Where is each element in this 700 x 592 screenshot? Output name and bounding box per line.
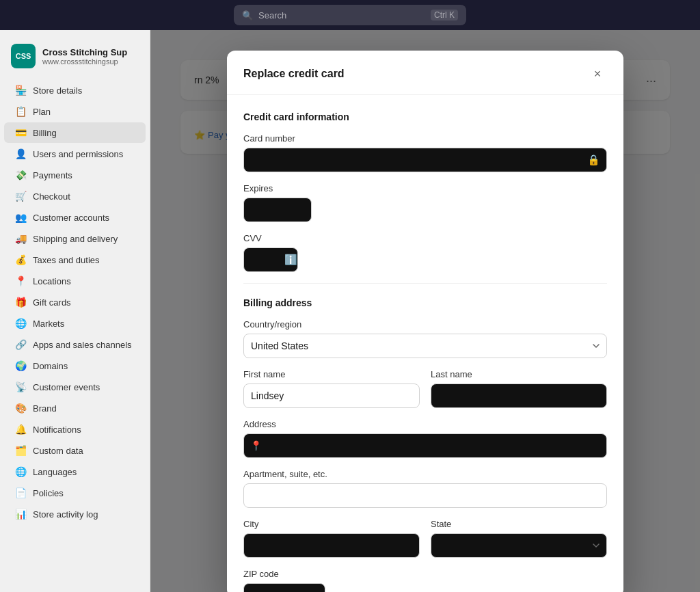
search-placeholder: Search	[258, 10, 286, 21]
card-number-input[interactable]	[243, 148, 607, 172]
country-group: Country/region United States Canada Unit…	[243, 319, 607, 358]
search-icon: 🔍	[242, 10, 253, 21]
store-name: Cross Stitching Sup	[42, 47, 139, 57]
sidebar-label-plan: Plan	[33, 107, 51, 117]
plan-icon: 📋	[15, 106, 26, 117]
checkout-icon: 🛒	[15, 191, 26, 202]
main-layout: CSS Cross Stitching Sup www.crossstitchi…	[0, 30, 700, 592]
top-bar: 🔍 Search Ctrl K	[0, 0, 700, 30]
sidebar-label-users: Users and permissions	[33, 149, 123, 159]
cvv-group: CVV ℹ️	[243, 233, 607, 272]
sidebar-item-notifications[interactable]: 🔔 Notifications	[4, 419, 146, 440]
modal-body: Credit card information Card number 🔒 Ex…	[227, 95, 623, 592]
locations-icon: 📍	[15, 275, 26, 286]
sidebar-item-customer-events[interactable]: 📡 Customer events	[4, 377, 146, 397]
sidebar-item-store-details[interactable]: 🏪 Store details	[4, 80, 146, 100]
sidebar-label-store-activity: Store activity log	[33, 509, 98, 520]
first-name-group: First name	[243, 369, 420, 408]
sidebar-label-markets: Markets	[33, 319, 64, 329]
city-input[interactable]	[243, 533, 420, 558]
country-select[interactable]: United States Canada United Kingdom	[243, 334, 607, 358]
address-label: Address	[243, 419, 607, 429]
store-avatar: CSS	[11, 44, 36, 68]
apartment-label: Apartment, suite, etc.	[243, 469, 607, 479]
sidebar-label-taxes: Taxes and duties	[33, 255, 100, 265]
sidebar-label-custom-data: Custom data	[33, 446, 83, 456]
search-shortcut: Ctrl K	[431, 10, 458, 21]
sidebar-item-apps[interactable]: 🔗 Apps and sales channels	[4, 334, 146, 355]
sidebar-label-customer-accounts: Customer accounts	[33, 213, 109, 223]
apartment-group: Apartment, suite, etc.	[243, 469, 607, 508]
first-name-label: First name	[243, 369, 420, 379]
address-input[interactable]	[243, 433, 607, 458]
sidebar-label-domains: Domains	[33, 361, 68, 371]
content-area: ··· rn 2% ⭐ Pay yearly, save $120/year R…	[150, 30, 700, 592]
last-name-group: Last name	[431, 369, 607, 408]
billing-section-title: Billing address	[243, 297, 607, 308]
sidebar-item-store-activity[interactable]: 📊 Store activity log	[4, 504, 146, 524]
city-label: City	[243, 519, 420, 529]
sidebar-label-billing: Billing	[33, 128, 57, 138]
sidebar-label-checkout: Checkout	[33, 191, 70, 202]
app-shell: 🔍 Search Ctrl K CSS Cross Stitching Sup …	[0, 0, 700, 592]
country-label: Country/region	[243, 319, 607, 329]
location-pin-icon: 📍	[250, 440, 262, 451]
search-bar[interactable]: 🔍 Search Ctrl K	[234, 5, 466, 25]
store-details-icon: 🏪	[15, 85, 26, 96]
sidebar-label-customer-events: Customer events	[33, 382, 100, 392]
state-select[interactable]	[431, 533, 607, 558]
sidebar-item-languages[interactable]: 🌐 Languages	[4, 461, 146, 482]
cvv-input[interactable]	[243, 247, 298, 272]
sidebar-label-payments: Payments	[33, 170, 72, 180]
sidebar-item-checkout[interactable]: 🛒 Checkout	[4, 186, 146, 206]
last-name-label: Last name	[431, 369, 607, 379]
sidebar-item-plan[interactable]: 📋 Plan	[4, 101, 146, 122]
sidebar-label-policies: Policies	[33, 488, 64, 498]
sidebar-item-brand[interactable]: 🎨 Brand	[4, 398, 146, 418]
sidebar-item-shipping[interactable]: 🚚 Shipping and delivery	[4, 228, 146, 249]
name-row: First name Last name	[243, 369, 607, 419]
sidebar-item-gift-cards[interactable]: 🎁 Gift cards	[4, 292, 146, 312]
cvv-input-wrapper: ℹ️	[243, 247, 607, 272]
modal-close-button[interactable]: ×	[588, 64, 607, 83]
billing-icon: 💳	[15, 127, 26, 138]
first-name-input[interactable]	[243, 384, 420, 408]
sidebar-item-policies[interactable]: 📄 Policies	[4, 483, 146, 503]
sidebar-item-users-permissions[interactable]: 👤 Users and permissions	[4, 144, 146, 164]
customer-events-icon: 📡	[15, 381, 26, 392]
custom-data-icon: 🗂️	[15, 445, 26, 456]
zip-group: ZIP code	[243, 569, 607, 592]
sidebar-item-domains[interactable]: 🌍 Domains	[4, 355, 146, 376]
last-name-input[interactable]	[431, 384, 607, 408]
expires-group: Expires	[243, 183, 607, 222]
store-info: Cross Stitching Sup www.crossstitchingsu…	[42, 47, 139, 66]
city-group: City	[243, 519, 420, 558]
zip-input[interactable]	[243, 583, 325, 592]
sidebar-item-markets[interactable]: 🌐 Markets	[4, 313, 146, 334]
credit-card-section-title: Credit card information	[243, 111, 607, 122]
sidebar-item-taxes[interactable]: 💰 Taxes and duties	[4, 250, 146, 270]
expires-label: Expires	[243, 183, 607, 193]
sidebar-item-billing[interactable]: 💳 Billing	[4, 122, 146, 143]
address-group: Address 📍	[243, 419, 607, 458]
sidebar-item-custom-data[interactable]: 🗂️ Custom data	[4, 440, 146, 461]
sidebar-item-locations[interactable]: 📍 Locations	[4, 271, 146, 291]
expires-input[interactable]	[243, 198, 312, 222]
state-col: State	[431, 519, 607, 569]
sidebar-item-customer-accounts[interactable]: 👥 Customer accounts	[4, 207, 146, 228]
shipping-icon: 🚚	[15, 233, 26, 244]
store-activity-icon: 📊	[15, 509, 26, 520]
apartment-input[interactable]	[243, 483, 607, 508]
store-url: www.crossstitchingsup	[42, 57, 139, 66]
sidebar-item-payments[interactable]: 💸 Payments	[4, 165, 146, 185]
sidebar-label-apps: Apps and sales channels	[33, 340, 132, 350]
state-label: State	[431, 519, 607, 529]
sidebar-label-brand: Brand	[33, 403, 57, 414]
card-number-input-wrapper: 🔒	[243, 148, 607, 172]
cvv-label: CVV	[243, 233, 607, 243]
modal-header: Replace credit card ×	[227, 51, 623, 95]
city-state-row: City State	[243, 519, 607, 569]
store-header: CSS Cross Stitching Sup www.crossstitchi…	[0, 38, 150, 79]
card-number-label: Card number	[243, 133, 607, 144]
modal-overlay: Replace credit card × Credit card inform…	[150, 30, 700, 592]
